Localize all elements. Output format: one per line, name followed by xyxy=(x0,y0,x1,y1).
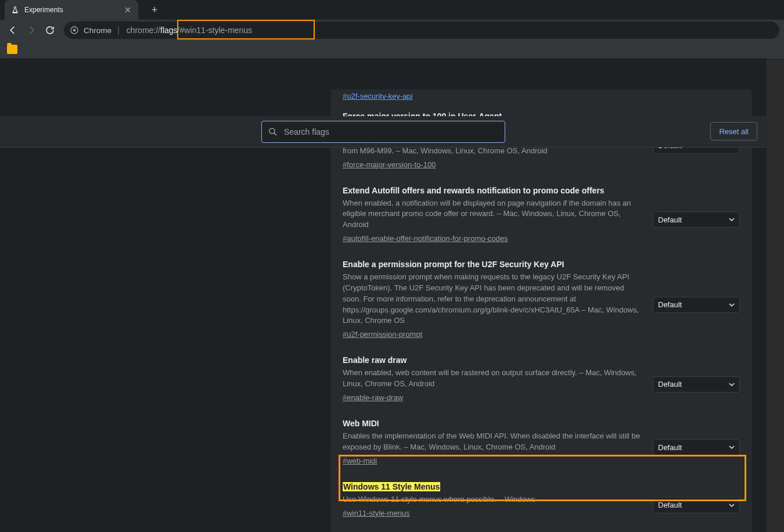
chevron-down-icon xyxy=(729,502,735,508)
flask-icon xyxy=(10,5,20,15)
flag-description: Enables the implementation of the Web MI… xyxy=(343,431,642,453)
flag-title: Web MIDI xyxy=(343,419,642,428)
flag-description: When enabled, a notification will be dis… xyxy=(343,198,642,231)
forward-button[interactable] xyxy=(23,22,39,38)
browser-tab[interactable]: Experiments xyxy=(5,0,138,20)
flag-item: Web MIDIEnables the implementation of th… xyxy=(331,409,751,473)
flag-state-select[interactable]: Default xyxy=(653,297,740,313)
chevron-down-icon xyxy=(729,217,735,222)
reset-all-button[interactable]: Reset all xyxy=(710,122,757,141)
page-scrollbar[interactable] xyxy=(767,58,784,532)
chrome-icon xyxy=(70,26,79,35)
chevron-down-icon xyxy=(729,382,735,387)
flag-title: Windows 11 Style Menus xyxy=(343,482,642,491)
flag-anchor-link[interactable]: #u2f-security-key-api xyxy=(343,92,413,100)
flag-anchor-link[interactable]: #force-major-version-to-100 xyxy=(343,160,436,169)
search-icon xyxy=(268,127,278,137)
new-tab-button[interactable]: + xyxy=(146,2,163,18)
page-content: Reset all #u2f-security-key-api Force ma… xyxy=(0,58,784,532)
flag-anchor-link[interactable]: #enable-raw-draw xyxy=(343,393,403,402)
chrome-chip-label: Chrome xyxy=(84,26,112,35)
flag-state-select[interactable]: Default xyxy=(653,211,740,228)
flag-state-select[interactable]: Default xyxy=(653,439,740,455)
flag-item: Enable raw drawWhen enabled, web content… xyxy=(331,346,751,409)
back-button[interactable] xyxy=(5,22,21,38)
flag-item: Enable a permission prompt for the U2F S… xyxy=(331,250,751,346)
bookmark-folder-icon[interactable] xyxy=(7,45,17,54)
flag-anchor-link[interactable]: #win11-style-menus xyxy=(343,509,410,517)
search-flags-input[interactable] xyxy=(284,127,499,136)
bookmarks-bar xyxy=(0,41,784,58)
browser-toolbar: Chrome | chrome://flags/#win11-style-men… xyxy=(0,20,784,41)
chevron-down-icon xyxy=(729,444,735,450)
chevron-down-icon xyxy=(729,302,735,308)
close-tab-icon[interactable] xyxy=(123,5,132,15)
tab-title: Experiments xyxy=(24,6,118,14)
flag-description: Use Windows 11 style menus where possibl… xyxy=(343,494,642,505)
flag-anchor-link[interactable]: #autofill-enable-offer-notification-for-… xyxy=(343,234,508,243)
flags-list: #u2f-security-key-api Force major versio… xyxy=(331,89,751,532)
reload-button[interactable] xyxy=(42,22,58,38)
flag-title: Enable a permission prompt for the U2F S… xyxy=(343,260,642,269)
flag-anchor-link[interactable]: #web-midi xyxy=(343,456,377,465)
address-bar[interactable]: Chrome | chrome://flags/#win11-style-men… xyxy=(64,21,779,39)
left-gutter xyxy=(0,89,331,532)
flag-title: Enable raw draw xyxy=(343,355,642,365)
flag-title: Extend Autofill offers and rewards notif… xyxy=(343,186,642,195)
flags-header: Reset all xyxy=(0,116,767,148)
url-text: chrome://flags/#win11-style-menus xyxy=(127,26,252,35)
svg-point-1 xyxy=(73,29,76,32)
svg-point-2 xyxy=(269,128,275,134)
flag-description: Show a permission prompt when making req… xyxy=(343,272,642,326)
flag-item: Windows 11 Style MenusUse Windows 11 sty… xyxy=(331,473,751,525)
flag-state-select[interactable]: Default xyxy=(653,376,740,393)
tab-strip: Experiments + xyxy=(0,0,784,20)
search-flags-box[interactable] xyxy=(261,121,505,143)
flag-item: Extend Autofill offers and rewards notif… xyxy=(331,177,751,251)
flag-state-select[interactable]: Default xyxy=(653,497,740,513)
flag-description: When enabled, web content will be raster… xyxy=(343,368,642,390)
flag-anchor-link[interactable]: #u2f-permission-prompt xyxy=(343,330,422,339)
